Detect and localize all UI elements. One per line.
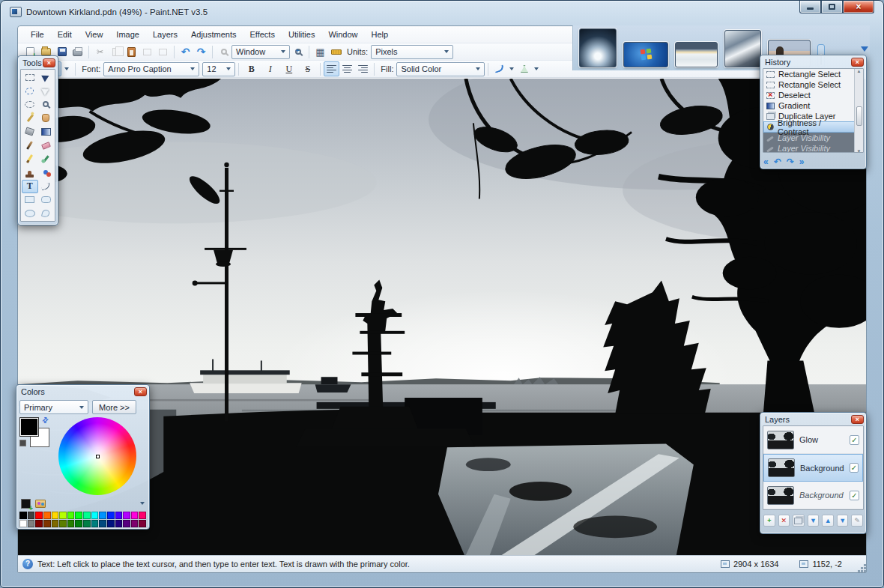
more-button[interactable]: More >> xyxy=(92,400,136,414)
color-wheel[interactable] xyxy=(58,417,136,495)
scrollbar-thumb[interactable] xyxy=(856,106,862,126)
cut-button[interactable]: ✂ xyxy=(92,44,108,59)
grid-toggle-button[interactable]: ▦ xyxy=(312,44,328,59)
layer-visible-checkbox[interactable]: ✓ xyxy=(850,463,859,473)
layer-row-background-selected[interactable]: Background ✓ xyxy=(763,454,863,482)
tool-line-curve[interactable] xyxy=(38,180,55,193)
palette-swatch[interactable] xyxy=(83,512,91,519)
tool-color-picker[interactable] xyxy=(38,152,55,166)
underline-button[interactable]: U xyxy=(279,61,298,76)
history-item-undone[interactable]: Layer Visibility xyxy=(763,143,863,153)
strikethrough-button[interactable]: S xyxy=(298,61,317,76)
palette-swatch[interactable] xyxy=(67,520,75,527)
history-item[interactable]: Gradient xyxy=(763,100,863,111)
selection-render-mode-button[interactable] xyxy=(491,61,507,76)
layer-row-background-ghost[interactable]: Background ✓ xyxy=(763,482,863,509)
menu-utilities[interactable]: Utilities xyxy=(282,27,321,42)
palette-manager-icon[interactable] xyxy=(35,500,46,508)
tool-text[interactable]: T xyxy=(22,180,38,193)
chevron-down-icon[interactable] xyxy=(140,502,145,505)
tool-lasso-select[interactable] xyxy=(22,84,38,97)
menu-view[interactable]: View xyxy=(79,27,110,42)
layers-palette-titlebar[interactable]: Layers × xyxy=(760,413,866,425)
menu-file[interactable]: File xyxy=(24,27,51,42)
duplicate-layer-button[interactable] xyxy=(793,515,805,527)
tool-rectangle[interactable] xyxy=(22,193,38,207)
rulers-toggle-button[interactable] xyxy=(328,44,344,59)
menu-window[interactable]: Window xyxy=(321,27,364,42)
palette-swatch[interactable] xyxy=(83,520,91,527)
thumbnail-winter-lake-photo[interactable] xyxy=(675,42,718,67)
merge-layer-down-button[interactable]: ▼ xyxy=(808,515,820,527)
palette-swatch[interactable] xyxy=(139,520,146,527)
palette-swatch[interactable] xyxy=(35,520,43,527)
titlebar[interactable]: Downtown Kirkland.pdn (49%) - Paint.NET … xyxy=(1,1,883,23)
antialiasing-mode-button[interactable] xyxy=(516,61,532,76)
tool-move-selected-pixels[interactable] xyxy=(38,70,55,84)
tool-clone-stamp[interactable] xyxy=(22,166,38,179)
image-list-chevron-icon[interactable] xyxy=(861,46,868,52)
palette-swatch[interactable] xyxy=(115,520,123,527)
scroll-down-icon[interactable]: ▼ xyxy=(857,149,862,153)
palette-swatch[interactable] xyxy=(115,512,123,519)
add-color-button[interactable] xyxy=(21,499,31,509)
italic-button[interactable]: I xyxy=(261,61,279,76)
palette-swatch[interactable] xyxy=(52,520,59,527)
tool-rounded-rectangle[interactable] xyxy=(38,193,55,207)
menu-effects[interactable]: Effects xyxy=(243,27,282,42)
palette-swatch[interactable] xyxy=(131,520,139,527)
layer-visible-checkbox[interactable]: ✓ xyxy=(850,435,859,445)
align-left-button[interactable] xyxy=(324,61,339,76)
colors-palette-close-button[interactable]: × xyxy=(134,387,147,396)
fill-style-dropdown[interactable]: Solid Color xyxy=(396,62,485,76)
menu-layers[interactable]: Layers xyxy=(146,27,184,42)
font-size-dropdown[interactable]: 12 xyxy=(202,62,235,76)
paste-button[interactable] xyxy=(124,44,139,59)
tool-pan[interactable] xyxy=(38,112,55,125)
tool-freeform-shape[interactable] xyxy=(38,207,55,220)
palette-swatch[interactable] xyxy=(67,512,75,519)
tool-paintbrush[interactable] xyxy=(22,139,38,152)
tool-ellipse-select[interactable] xyxy=(22,97,38,111)
crop-to-selection-button[interactable] xyxy=(139,44,155,59)
palette-swatch[interactable] xyxy=(59,520,67,527)
copy-button[interactable] xyxy=(108,44,124,59)
chevron-down-icon[interactable] xyxy=(534,67,539,70)
menu-help[interactable]: Help xyxy=(365,27,396,42)
palette-swatch[interactable] xyxy=(19,512,27,519)
move-layer-down-button[interactable]: ▼ xyxy=(837,515,849,527)
history-item-current[interactable]: Brightness / Contrast xyxy=(763,121,863,133)
palette-swatch[interactable] xyxy=(43,512,51,519)
palette-swatch[interactable] xyxy=(123,520,130,527)
bold-button[interactable]: B xyxy=(242,61,261,76)
palette-swatch[interactable] xyxy=(75,512,82,519)
move-layer-up-button[interactable]: ▲ xyxy=(822,515,834,527)
swap-colors-icon[interactable]: ⇄ xyxy=(40,415,50,425)
print-button[interactable] xyxy=(70,44,85,59)
history-palette-titlebar[interactable]: History × xyxy=(760,55,866,67)
tool-pencil[interactable] xyxy=(22,152,38,166)
palette-swatch[interactable] xyxy=(107,512,115,519)
add-new-layer-button[interactable]: + xyxy=(763,515,775,527)
thumbnail-clouds-photo[interactable] xyxy=(724,30,761,67)
layers-palette-close-button[interactable]: × xyxy=(851,415,864,424)
align-right-button[interactable] xyxy=(355,61,371,76)
palette-swatch[interactable] xyxy=(131,512,139,519)
tool-ellipse[interactable] xyxy=(22,207,38,220)
zoom-out-button[interactable] xyxy=(216,44,231,59)
palette-swatch[interactable] xyxy=(35,512,43,519)
tool-magic-wand[interactable] xyxy=(22,112,38,125)
menu-adjustments[interactable]: Adjustments xyxy=(184,27,243,42)
tools-palette-titlebar[interactable]: Tools × xyxy=(18,56,58,68)
tool-gradient[interactable] xyxy=(38,125,55,139)
chevron-down-icon[interactable] xyxy=(509,67,514,70)
palette-swatch[interactable] xyxy=(59,512,67,519)
history-fast-forward-button[interactable]: » xyxy=(799,157,805,167)
palette-swatch[interactable] xyxy=(28,520,35,527)
primary-color-swatch[interactable] xyxy=(19,417,39,437)
zoom-mode-dropdown[interactable]: Window xyxy=(231,45,290,59)
palette-swatch[interactable] xyxy=(99,520,106,527)
tool-paint-bucket[interactable] xyxy=(22,125,38,139)
palette-swatch[interactable] xyxy=(99,512,106,519)
chevron-down-icon[interactable] xyxy=(64,67,69,70)
